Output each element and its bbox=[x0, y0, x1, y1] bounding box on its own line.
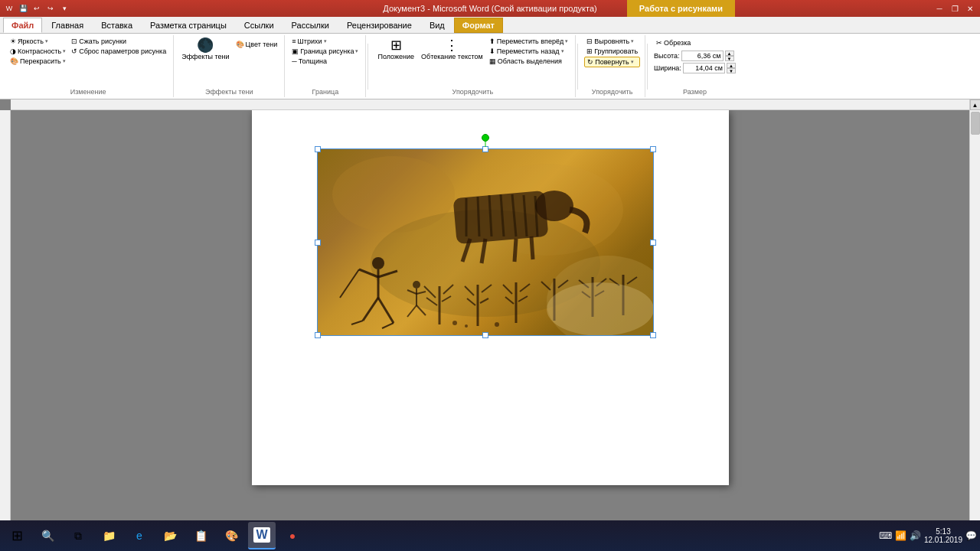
page-container[interactable] bbox=[11, 99, 969, 533]
shadow-color-btn[interactable]: 🎨 Цвет тени bbox=[234, 40, 280, 49]
stroke-group-label: Граница bbox=[312, 88, 339, 96]
wrap-text-btn[interactable]: ⋮ Обтекание текстом bbox=[418, 37, 486, 62]
crop-btn[interactable]: ✂ Обрезка bbox=[654, 38, 736, 47]
width-input[interactable] bbox=[683, 63, 725, 73]
align-dd-icon: ▾ bbox=[631, 38, 634, 44]
notes-button[interactable]: 📋 bbox=[187, 522, 214, 549]
rotate-icon: ↻ bbox=[587, 58, 593, 66]
handle-middle-left[interactable] bbox=[315, 240, 321, 246]
group-icon: ⊞ bbox=[586, 47, 593, 55]
ribbon-group-arrange: ⊟ Выровнять ▾ ⊞ Группировать ↻ Повернуть… bbox=[580, 35, 645, 97]
forward-btn[interactable]: ⬆ Переместить вперёд ▾ bbox=[487, 37, 571, 46]
thickness-btn[interactable]: ─ Толщина bbox=[289, 57, 361, 66]
selected-image-container[interactable] bbox=[317, 148, 654, 336]
rotate-handle[interactable] bbox=[482, 134, 489, 142]
file-explorer-button[interactable]: 📁 bbox=[95, 522, 122, 549]
keyboard-icon[interactable]: ⌨ bbox=[879, 530, 892, 541]
minimize-button[interactable]: ─ bbox=[933, 2, 946, 15]
edge-button[interactable]: e bbox=[126, 522, 153, 549]
tab-mailing[interactable]: Рассылки bbox=[283, 18, 338, 33]
contrast-btn[interactable]: ◑ Контрасность ▾ bbox=[8, 47, 68, 56]
shadow-effects-btn[interactable]: 🌑 Эффекты тени bbox=[178, 37, 232, 62]
save-quick-btn[interactable]: 💾 bbox=[17, 2, 29, 15]
close-button[interactable]: ✕ bbox=[963, 2, 977, 15]
time-display: 5:13 bbox=[936, 527, 950, 536]
undo-quick-btn[interactable]: ↩ bbox=[31, 2, 43, 15]
system-tray: ⌨ 📶 🔊 5:13 12.01.2019 💬 bbox=[879, 527, 977, 544]
redo-quick-btn[interactable]: ↪ bbox=[44, 2, 57, 15]
area-icon: ▦ bbox=[489, 57, 496, 65]
handle-top-left[interactable] bbox=[315, 146, 321, 152]
task-view-button[interactable]: ⧉ bbox=[64, 522, 92, 549]
ribbon-tabs: Файл Главная Вставка Разметка страницы С… bbox=[0, 17, 980, 34]
height-down-btn[interactable]: ▼ bbox=[725, 56, 734, 61]
thickness-icon: ─ bbox=[292, 57, 296, 65]
position-btn[interactable]: ⊞ Положение bbox=[374, 37, 417, 62]
paint-button[interactable]: 🎨 bbox=[217, 522, 245, 549]
handle-bottom-middle[interactable] bbox=[482, 332, 488, 338]
selection-area-btn[interactable]: ▦ Область выделения bbox=[487, 57, 571, 66]
handle-bottom-right[interactable] bbox=[650, 332, 656, 338]
recolor-btn[interactable]: 🎨 Перекрасить ▾ bbox=[8, 57, 68, 66]
tab-home[interactable]: Главная bbox=[43, 18, 92, 33]
crop-icon: ✂ bbox=[656, 39, 662, 47]
tab-file[interactable]: Файл bbox=[3, 18, 42, 33]
align-btn[interactable]: ⊟ Выровнять ▾ bbox=[584, 37, 640, 46]
volume-icon[interactable]: 🔊 bbox=[910, 530, 921, 541]
stroke-style-btn[interactable]: ≡ Штрихи ▾ bbox=[289, 37, 361, 46]
contrast-dropdown-icon: ▾ bbox=[63, 48, 66, 54]
group-btn[interactable]: ⊞ Группировать bbox=[584, 47, 640, 56]
ribbon-group-change: ☀ Яркость ▾ ◑ Контрасность ▾ 🎨 Перекраси… bbox=[3, 35, 174, 97]
handle-bottom-left[interactable] bbox=[315, 332, 321, 338]
browser-icon: e bbox=[136, 530, 142, 542]
scroll-up-btn[interactable]: ▲ bbox=[970, 99, 981, 110]
height-input[interactable] bbox=[681, 51, 724, 61]
customize-quick-btn[interactable]: ▾ bbox=[58, 2, 70, 15]
folder-icon: 📁 bbox=[103, 530, 116, 542]
width-up-btn[interactable]: ▲ bbox=[727, 63, 736, 68]
shadow-group-content: 🌑 Эффекты тени 🎨 Цвет тени bbox=[178, 37, 279, 96]
search-button[interactable]: 🔍 bbox=[34, 522, 61, 549]
textwrap-group-label: Упорядочить bbox=[452, 88, 494, 96]
reset-btn[interactable]: ↺ Сброс параметров рисунка bbox=[69, 47, 168, 56]
scroll-thumb[interactable] bbox=[971, 112, 980, 135]
handle-middle-right[interactable] bbox=[650, 240, 656, 246]
border-icon: ▣ bbox=[292, 47, 299, 55]
size-group-label: Размер bbox=[683, 88, 707, 96]
rotate-btn[interactable]: ↻ Повернуть ▾ bbox=[584, 57, 640, 67]
scroll-track[interactable] bbox=[970, 110, 980, 522]
height-up-btn[interactable]: ▲ bbox=[725, 51, 734, 56]
app-red-button[interactable]: ● bbox=[279, 522, 306, 549]
backward-btn[interactable]: ⬇ Переместить назад ▾ bbox=[487, 47, 571, 56]
brightness-btn[interactable]: ☀ Яркость ▾ bbox=[8, 37, 68, 46]
ribbon-separator-1 bbox=[368, 44, 368, 90]
files-button[interactable]: 📂 bbox=[156, 522, 184, 549]
handle-top-right[interactable] bbox=[650, 146, 656, 152]
tab-insert[interactable]: Вставка bbox=[93, 18, 141, 33]
title-bar: W 💾 ↩ ↪ ▾ Документ3 - Microsoft Word (Св… bbox=[0, 0, 980, 17]
notification-icon[interactable]: 💬 bbox=[965, 530, 977, 541]
start-button[interactable]: ⊞ bbox=[3, 522, 31, 549]
tab-review[interactable]: Рецензирование bbox=[338, 18, 420, 33]
system-clock[interactable]: 5:13 12.01.2019 bbox=[924, 527, 962, 544]
tab-references[interactable]: Ссылки bbox=[236, 18, 283, 33]
tab-format[interactable]: Формат bbox=[454, 18, 503, 33]
word-logo-icon: W bbox=[3, 2, 15, 15]
stroke-dd-icon: ▾ bbox=[324, 38, 327, 44]
word-button[interactable]: W bbox=[248, 522, 276, 549]
date-display: 12.01.2019 bbox=[924, 536, 962, 544]
brightness-dropdown-icon: ▾ bbox=[45, 38, 48, 44]
width-down-btn[interactable]: ▼ bbox=[727, 68, 736, 73]
handle-top-middle[interactable] bbox=[482, 146, 488, 152]
search-icon: 🔍 bbox=[41, 530, 54, 542]
compress-btn[interactable]: ⊡ Сжать рисунки bbox=[69, 37, 168, 46]
tab-view[interactable]: Вид bbox=[421, 18, 453, 33]
border-btn[interactable]: ▣ Граница рисунка ▾ bbox=[289, 47, 361, 56]
network-icon[interactable]: 📶 bbox=[895, 530, 906, 541]
border-dd-icon: ▾ bbox=[355, 48, 358, 54]
tab-page-layout[interactable]: Разметка страницы bbox=[142, 18, 235, 33]
change-group-label: Изменение bbox=[70, 88, 106, 96]
height-label: Высота: bbox=[654, 52, 679, 60]
quick-access-toolbar: W 💾 ↩ ↪ ▾ bbox=[3, 2, 70, 15]
maximize-button[interactable]: ❐ bbox=[948, 2, 962, 15]
